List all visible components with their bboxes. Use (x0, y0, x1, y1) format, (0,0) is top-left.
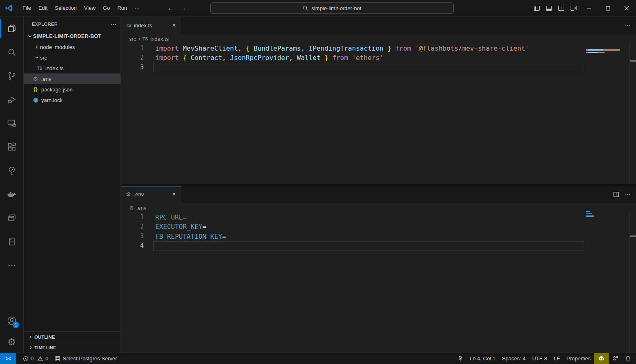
more-views-icon[interactable] (0, 253, 23, 277)
tree-item-env[interactable]: ⚙ .env (24, 73, 121, 84)
cursor-position[interactable]: Ln 4, Col 1 (466, 353, 499, 364)
breadcrumb-folder[interactable]: src (129, 36, 136, 42)
language-mode[interactable]: Properties (563, 353, 594, 364)
scrollbar[interactable] (629, 213, 636, 353)
yarn-file-icon (32, 98, 39, 103)
command-center-search[interactable]: simple-limit-order-bot (210, 2, 454, 14)
toggle-sidebar-icon[interactable] (531, 0, 543, 16)
menu-run[interactable]: Run (114, 3, 131, 13)
remote-window-indicator[interactable]: >< (0, 353, 16, 364)
toggle-secondary-sidebar-icon[interactable] (555, 0, 567, 16)
tree-root-folder[interactable]: SIMPLE-LIMIT-ORDER-BOT (24, 31, 121, 42)
outline-label: OUTLINE (34, 335, 55, 340)
problems-indicator[interactable]: 0 0 (20, 353, 51, 364)
copilot-status[interactable] (594, 353, 609, 364)
code-line[interactable]: 3FB_REPUTATION_KEY= (121, 232, 636, 241)
code-line[interactable]: 2EXECUTOR_KEY= (121, 222, 636, 231)
search-sidebar-icon[interactable] (0, 40, 23, 64)
tree-item-package-json[interactable]: {} package.json (24, 84, 121, 95)
timeline-section[interactable]: TIMELINE (24, 342, 121, 353)
code-line[interactable]: 3 (121, 63, 636, 72)
menu-file[interactable]: File (19, 3, 35, 13)
tree-item-label: src (40, 55, 47, 61)
scrollbar[interactable] (629, 44, 636, 184)
code-line[interactable]: 2import { Contract, JsonRpcProvider, Wal… (121, 53, 636, 62)
customize-layout-icon[interactable] (567, 0, 580, 16)
notifications-indicator[interactable] (622, 353, 636, 364)
explorer-more-actions-icon[interactable]: ⋯ (111, 21, 117, 27)
extensions-icon[interactable] (0, 135, 23, 159)
code-editor-env[interactable]: 1RPC_URL=2EXECUTOR_KEY=3FB_REPUTATION_KE… (121, 213, 636, 251)
tree-item-node-modules[interactable]: node_modules (24, 42, 121, 52)
ports-indicator[interactable] (454, 353, 466, 364)
accounts-icon[interactable]: 1 (0, 310, 23, 331)
toggle-panel-icon[interactable] (543, 0, 555, 16)
code-line[interactable]: 4 (121, 241, 636, 251)
indentation-setting[interactable]: Spaces: 4 (499, 353, 529, 364)
chevron-right-icon (27, 335, 34, 339)
editor-more-actions-icon[interactable]: ⋯ (625, 22, 630, 29)
bell-icon (625, 355, 631, 362)
minimap[interactable] (586, 49, 628, 54)
minimize-icon[interactable] (580, 0, 598, 16)
menu-view[interactable]: View (80, 3, 99, 13)
todo-tree-icon[interactable] (0, 159, 23, 182)
code-line[interactable]: 1import MevShareClient, { BundleParams, … (121, 44, 636, 53)
minimap-line (586, 52, 605, 53)
explorer-sidebar: EXPLORER ⋯ SIMPLE-LIMIT-ORDER-BOT node_m… (24, 17, 121, 353)
activity-bar-spacer (0, 277, 23, 310)
error-count: 0 (31, 355, 33, 362)
explorer-icon[interactable] (0, 17, 23, 40)
menu-go[interactable]: Go (99, 3, 114, 13)
feedback-indicator[interactable] (609, 353, 622, 364)
status-bar: >< 0 0 Select Postgres Server Ln 4, Col … (0, 353, 636, 364)
menu-more[interactable]: ⋯ (131, 3, 143, 13)
eol-setting[interactable]: LF (551, 353, 563, 364)
breadcrumb-file[interactable]: .env (136, 205, 147, 211)
breadcrumb: src › TS index.ts (121, 34, 636, 44)
forward-arrow-icon[interactable]: → (180, 4, 187, 12)
editor-more-actions-icon[interactable]: ⋯ (625, 191, 630, 198)
editor-group-bottom: ⚙ .env ✕ ⋯ ⚙ .env 1RPC_URL=2EXECUTOR_KEY… (121, 186, 636, 353)
sidebar-header: EXPLORER ⋯ (24, 17, 121, 31)
warning-icon (37, 356, 43, 362)
outline-section[interactable]: OUTLINE (24, 331, 121, 342)
overview-ruler-cursor-marker (630, 60, 636, 62)
gear-file-icon: ⚙ (126, 191, 131, 197)
tree-item-index-ts[interactable]: TS index.ts (24, 63, 121, 73)
postgres-server-selector[interactable]: Select Postgres Server (51, 353, 120, 364)
encoding-setting[interactable]: UTF-8 (529, 353, 551, 364)
tree-item-src[interactable]: src (24, 52, 121, 63)
minimap[interactable] (586, 211, 628, 218)
editor-area: TS index.ts ✕ ⋯ src › TS index.ts 1impor… (121, 17, 636, 353)
line-number: 1 (121, 213, 144, 222)
maximize-icon[interactable] (598, 0, 617, 16)
tab-env[interactable]: ⚙ .env ✕ (121, 186, 181, 203)
close-icon[interactable] (617, 0, 636, 16)
close-tab-icon[interactable]: ✕ (172, 22, 176, 28)
minimap-line (586, 49, 620, 51)
code-line[interactable]: 1RPC_URL= (121, 213, 636, 222)
database-panel-icon[interactable] (0, 230, 23, 253)
menu-edit[interactable]: Edit (35, 3, 51, 13)
editor-windows-icon[interactable] (0, 206, 23, 230)
tab-index-ts[interactable]: TS index.ts ✕ (121, 17, 181, 34)
settings-gear-icon[interactable]: ⚙ (0, 331, 23, 353)
chevron-right-icon (27, 346, 34, 350)
remote-explorer-icon[interactable] (0, 111, 23, 135)
gear-file-icon: ⚙ (32, 76, 39, 82)
breadcrumb-file[interactable]: index.ts (150, 36, 169, 42)
breadcrumb: ⚙ .env (121, 203, 636, 213)
tree-item-yarn-lock[interactable]: yarn.lock (24, 95, 121, 105)
source-control-icon[interactable] (0, 64, 23, 88)
tab-strip-top: TS index.ts ✕ ⋯ (121, 17, 636, 34)
close-tab-icon[interactable]: ✕ (172, 191, 176, 197)
split-editor-icon[interactable] (613, 191, 619, 198)
code-editor-index-ts[interactable]: 1import MevShareClient, { BundleParams, … (121, 44, 636, 72)
run-debug-icon[interactable] (0, 88, 23, 111)
vscode-window: File Edit Selection View Go Run ⋯ ← → si… (0, 0, 636, 364)
docker-icon[interactable] (0, 182, 23, 206)
tree-item-label: index.ts (45, 65, 64, 71)
menu-selection[interactable]: Selection (51, 3, 80, 13)
back-arrow-icon[interactable]: ← (167, 4, 174, 12)
